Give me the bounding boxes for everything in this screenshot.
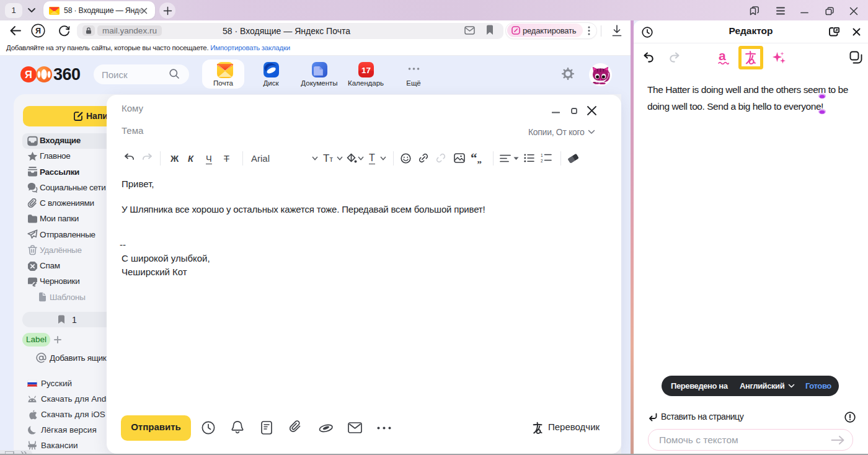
- svg-text:2: 2: [541, 159, 543, 163]
- svg-text:1: 1: [541, 153, 543, 157]
- svg-text:17: 17: [361, 66, 371, 75]
- svg-text:Я: Я: [35, 27, 41, 35]
